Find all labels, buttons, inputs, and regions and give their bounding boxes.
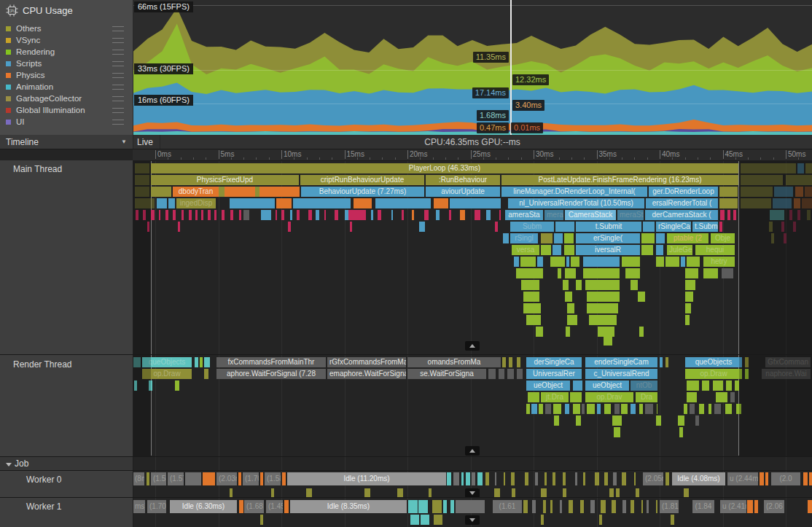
timeline-bar[interactable] <box>243 210 249 220</box>
timeline-bar[interactable] <box>147 472 149 485</box>
timeline-bar[interactable] <box>173 210 175 220</box>
timeline-bar[interactable] <box>678 415 684 426</box>
playhead[interactable] <box>510 0 512 135</box>
timeline-bar[interactable]: (8m <box>133 472 144 485</box>
timeline-bar[interactable] <box>809 472 812 485</box>
timeline-bar[interactable] <box>585 280 620 290</box>
timeline-bar[interactable] <box>412 210 414 220</box>
timeline-bar[interactable]: rSingl <box>510 233 538 243</box>
timeline-bar[interactable] <box>541 233 553 243</box>
timeline-bar[interactable] <box>643 222 655 232</box>
timeline-bar[interactable] <box>614 404 620 414</box>
timeline-bar[interactable] <box>260 472 263 485</box>
timeline-bar[interactable] <box>185 472 201 485</box>
legend-item-ui[interactable]: UI <box>4 116 128 128</box>
drag-handle[interactable] <box>112 50 124 55</box>
timeline-bar[interactable]: lineManager.DoRenderLoop_Internal( <box>501 187 647 197</box>
timeline-bar[interactable] <box>671 515 674 525</box>
timeline-bar[interactable] <box>571 257 579 267</box>
timeline-bar[interactable] <box>741 175 783 185</box>
timeline-bar[interactable] <box>350 222 352 232</box>
timeline-bar[interactable] <box>230 210 233 220</box>
timeline-bar[interactable] <box>537 257 543 267</box>
timeline-bar[interactable] <box>563 472 566 485</box>
timeline-bar[interactable] <box>135 175 149 185</box>
timeline-bar[interactable] <box>316 210 319 220</box>
timeline-bar[interactable] <box>260 515 263 525</box>
timeline-bar[interactable] <box>290 210 292 220</box>
timeline-bar[interactable] <box>720 210 725 220</box>
sidebar-worker-1[interactable]: Worker 1 <box>0 498 133 527</box>
timeline-bar[interactable] <box>604 404 611 414</box>
timeline-bar[interactable] <box>741 187 773 197</box>
timeline-bar[interactable] <box>793 222 796 232</box>
timeline-bar[interactable] <box>760 472 764 485</box>
drag-handle[interactable] <box>112 120 124 125</box>
timeline-bar[interactable] <box>685 303 691 313</box>
timeline-bar[interactable] <box>147 222 149 232</box>
timeline-bar[interactable] <box>612 500 615 513</box>
timeline-bar[interactable] <box>558 268 561 278</box>
timeline-bar[interactable] <box>684 404 687 414</box>
timeline-bar[interactable]: t.Submi <box>692 222 718 232</box>
timeline-bar[interactable] <box>371 210 373 220</box>
timeline-bar[interactable] <box>741 163 796 173</box>
timeline-bar[interactable]: (1.55 <box>151 472 166 485</box>
timeline-bar[interactable] <box>722 268 733 278</box>
timeline-bar[interactable]: hequi <box>695 245 735 255</box>
timeline-bar[interactable] <box>434 198 448 208</box>
timeline-bar[interactable]: ueObject <box>585 380 629 391</box>
timeline-bar[interactable]: c_UniversalRend <box>585 369 657 379</box>
timeline-bar[interactable] <box>699 404 704 414</box>
timeline-bar[interactable] <box>713 380 723 391</box>
timeline-bar[interactable] <box>583 472 585 485</box>
timeline-bar[interactable] <box>511 472 515 485</box>
timeline-bar[interactable] <box>259 187 300 197</box>
timeline-bar[interactable] <box>727 210 730 220</box>
timeline-bar[interactable] <box>736 404 741 414</box>
timeline-bar[interactable] <box>564 245 574 255</box>
timeline-bar[interactable] <box>681 257 685 267</box>
timeline-bar[interactable] <box>690 404 695 414</box>
timeline-bar[interactable]: (2.0 <box>771 472 800 485</box>
timeline-bar[interactable] <box>378 210 381 220</box>
timeline-bar[interactable] <box>639 404 643 414</box>
timeline-bar[interactable]: JuleGe <box>667 245 692 255</box>
timeline-bar[interactable] <box>733 210 736 220</box>
timeline-bar[interactable] <box>565 292 572 302</box>
timeline-bar[interactable]: ameraSta <box>505 210 543 220</box>
timeline-bar[interactable]: (1.81 <box>660 500 679 513</box>
timeline-bar[interactable] <box>553 472 555 485</box>
timeline-bar[interactable] <box>488 369 496 379</box>
timeline-bar[interactable] <box>745 369 749 379</box>
timeline-bar[interactable]: ueObject <box>526 380 570 391</box>
timeline-bar[interactable] <box>719 198 738 208</box>
timeline-bar[interactable] <box>297 210 300 220</box>
timeline-bar[interactable]: omandsFromMa <box>407 357 501 367</box>
timeline-bar[interactable]: (1.57 <box>168 472 184 485</box>
timeline-bar[interactable] <box>449 210 451 220</box>
timeline-bar[interactable] <box>528 392 539 402</box>
timeline-bar[interactable] <box>641 233 655 243</box>
sidebar-main-thread[interactable]: Main Thread <box>0 160 133 354</box>
timeline-bar[interactable] <box>434 515 442 525</box>
timeline-bar[interactable]: UniversalRer <box>526 369 582 379</box>
timeline-bar[interactable]: (2.03n <box>216 472 237 485</box>
timeline-bar[interactable] <box>554 415 559 426</box>
timeline-bar[interactable] <box>774 187 793 197</box>
timeline-bar[interactable] <box>536 327 543 337</box>
timeline-bar[interactable]: meraS <box>544 210 563 220</box>
timeline-bar[interactable] <box>159 210 160 220</box>
timeline-bar[interactable] <box>520 257 536 267</box>
timeline-bar[interactable] <box>276 210 277 220</box>
timeline-bar[interactable] <box>576 415 581 426</box>
timeline-bar[interactable]: queObjects <box>142 357 192 367</box>
timeline-bar[interactable] <box>526 315 541 325</box>
timeline-bar[interactable]: :RunBehaviour <box>426 175 500 185</box>
timeline-bar[interactable] <box>765 472 768 485</box>
timeline-bar[interactable]: GfxComman <box>765 357 811 367</box>
drag-handle[interactable] <box>112 73 124 78</box>
timeline-bar[interactable]: PostLateUpdate.FinishFrameRendering (16.… <box>501 175 738 185</box>
legend-item-others[interactable]: Others <box>4 23 128 34</box>
timeline-bar[interactable] <box>447 472 451 485</box>
